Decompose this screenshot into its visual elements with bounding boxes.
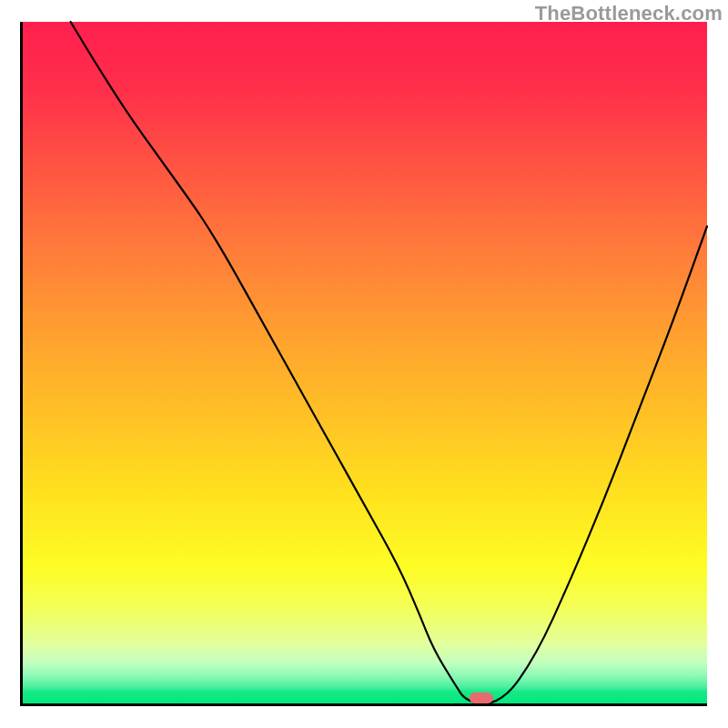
optimum-marker [470,693,493,703]
watermark-text: TheBottleneck.com [535,2,723,25]
plot-area [20,22,707,706]
bottleneck-curve [71,22,707,703]
chart-container: TheBottleneck.com [0,0,728,728]
curve-layer [23,22,707,703]
